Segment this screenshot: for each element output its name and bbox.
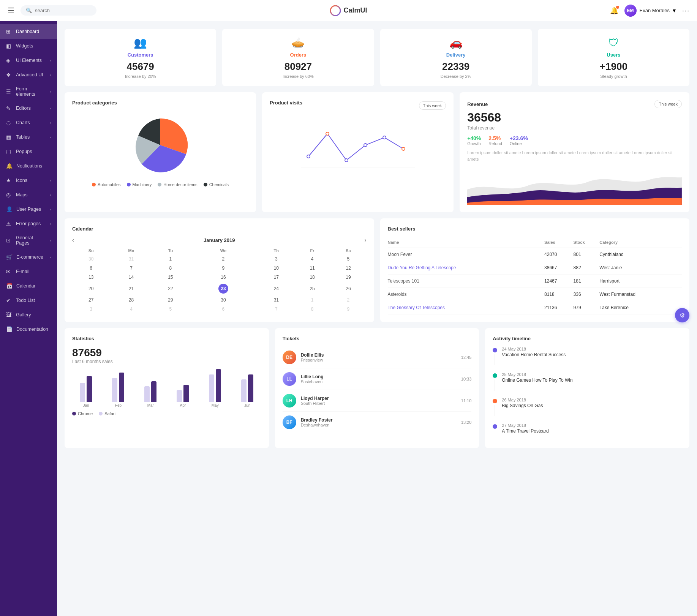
sidebar-item-error-pages[interactable]: ⚠ Error pages › — [0, 216, 57, 231]
calendar-cell[interactable]: 11 — [294, 264, 330, 273]
calendar-cell[interactable]: 30 — [188, 295, 258, 305]
calendar-cell[interactable]: 15 — [153, 273, 188, 282]
sidebar-item-widgets[interactable]: ◧ Widgets — [0, 39, 57, 53]
calendar-cell[interactable]: 31 — [258, 295, 294, 305]
calendar-cell[interactable]: 6 — [188, 305, 258, 314]
calendar-cell[interactable]: 21 — [110, 282, 152, 295]
calendar-cell[interactable]: 23 — [188, 282, 258, 295]
calendar-cell[interactable]: 29 — [153, 295, 188, 305]
chevron-right-icon: › — [50, 239, 51, 243]
settings-fab[interactable]: ⚙ — [675, 308, 689, 322]
calendar-cell[interactable]: 14 — [110, 273, 152, 282]
sidebar-item-e-mail[interactable]: ✉ E-mail — [0, 264, 57, 279]
calendar-cell[interactable]: 27 — [72, 295, 110, 305]
sidebar-item-e-commerce[interactable]: 🛒 E-commerce › — [0, 250, 57, 264]
calendar-cell[interactable]: 13 — [72, 273, 110, 282]
sidebar-icon: ✉ — [6, 269, 12, 275]
bar-light — [209, 374, 214, 402]
ticket-location: Deshawnhaven — [301, 423, 457, 427]
sidebar-item-calendar[interactable]: 📅 Calendar — [0, 279, 57, 293]
calendar-cell[interactable]: 3 — [258, 254, 294, 264]
table-row: Moon Fever 42070 801 Cynthialand — [388, 248, 682, 261]
calendar-cell[interactable]: 28 — [110, 295, 152, 305]
calendar-row: 20212223242526 — [72, 282, 367, 295]
calendar-cell[interactable]: 5 — [153, 305, 188, 314]
sidebar-item-gallery[interactable]: 🖼 Gallery — [0, 308, 57, 322]
sidebar-item-charts[interactable]: ◌ Charts › — [0, 115, 57, 130]
calendar-cell[interactable]: 7 — [110, 264, 152, 273]
sidebar-item-dashboard[interactable]: ⊞ Dashboard — [0, 24, 57, 39]
sidebar-item-advanced-ui[interactable]: ❖ Advanced UI › — [0, 68, 57, 82]
timeline-dot — [493, 373, 497, 378]
calendar-cell[interactable]: 9 — [188, 264, 258, 273]
calendar-cell[interactable]: 16 — [188, 273, 258, 282]
calendar-cell[interactable]: 19 — [330, 273, 366, 282]
calendar-header: SuMoTuWeThFrSa — [72, 247, 367, 254]
revenue-refund: 2.5% Refund — [488, 135, 502, 146]
sidebar-item-notifications[interactable]: 🔔 Notifications — [0, 159, 57, 173]
calendar-cell[interactable]: 6 — [72, 264, 110, 273]
users-value: +1900 — [600, 61, 627, 73]
more-options[interactable]: ⋯ — [682, 6, 689, 15]
user-menu[interactable]: EM Evan Morales ▾ — [624, 5, 676, 17]
calendar-cell[interactable]: 30 — [72, 254, 110, 264]
bar-label: Mar — [147, 403, 154, 408]
calendar-cell[interactable]: 5 — [330, 254, 366, 264]
calendar-cell[interactable]: 10 — [258, 264, 294, 273]
calendar-cell[interactable]: 7 — [258, 305, 294, 314]
calendar-cell[interactable]: 3 — [72, 305, 110, 314]
hamburger-menu[interactable]: ☰ — [8, 6, 14, 15]
calendar-nav: ‹ January 2019 › — [72, 237, 367, 243]
sidebar-item-documentation[interactable]: 📄 Documentation — [0, 322, 57, 336]
bar-pair — [177, 385, 189, 402]
calendar-cell[interactable]: 18 — [294, 273, 330, 282]
bar-light — [112, 378, 117, 402]
users-icon: 🛡 — [608, 36, 619, 49]
calendar-cell[interactable]: 12 — [330, 264, 366, 273]
revenue-week-btn[interactable]: This week — [654, 100, 682, 108]
timeline-dot — [493, 348, 497, 352]
calendar-cell[interactable]: 20 — [72, 282, 110, 295]
calendar-cell[interactable]: 2 — [188, 254, 258, 264]
calendar-cell[interactable]: 1 — [294, 295, 330, 305]
timeline-date: 27 May 2018 — [502, 423, 548, 428]
calendar-cell[interactable]: 25 — [294, 282, 330, 295]
sidebar-item-ui-elements[interactable]: ◈ UI Elements › — [0, 53, 57, 68]
orders-icon: 🥧 — [291, 36, 305, 49]
product-visits-week-btn[interactable]: This week — [419, 101, 446, 110]
search-bar[interactable]: 🔍 — [21, 5, 96, 16]
calendar-cell[interactable]: 17 — [258, 273, 294, 282]
calendar-cell[interactable]: 4 — [294, 254, 330, 264]
notifications-bell[interactable]: 🔔 — [610, 6, 618, 15]
calendar-cell[interactable]: 8 — [153, 264, 188, 273]
sidebar-icon: ◧ — [6, 43, 12, 49]
sidebar-item-editors[interactable]: ✎ Editors › — [0, 101, 57, 115]
sidebar-item-maps[interactable]: ◎ Maps › — [0, 188, 57, 202]
calendar-cell[interactable]: 4 — [110, 305, 152, 314]
bar-group-jan: Jan — [72, 376, 100, 408]
search-input[interactable] — [35, 8, 92, 13]
calendar-cell[interactable]: 9 — [330, 305, 366, 314]
sidebar-item-icons[interactable]: ★ Icons › — [0, 173, 57, 188]
sidebar-item-user-pages[interactable]: 👤 User Pages › — [0, 202, 57, 216]
sidebar-item-general-pages[interactable]: ⊡ General Pages › — [0, 231, 57, 250]
sidebar-item-todo-list[interactable]: ✔ Todo List — [0, 293, 57, 308]
calendar-cell[interactable]: 2 — [330, 295, 366, 305]
calendar-row: 6789101112 — [72, 264, 367, 273]
calendar-cell[interactable]: 26 — [330, 282, 366, 295]
calendar-cell[interactable]: 22 — [153, 282, 188, 295]
revenue-stats: +40% Growth 2.5% Refund +23.6% Online — [467, 135, 682, 146]
calendar-cell[interactable]: 8 — [294, 305, 330, 314]
sidebar-item-tables[interactable]: ▦ Tables › — [0, 130, 57, 144]
best-sellers-card: Best sellers NameSalesStockCategory Moon… — [380, 218, 690, 322]
timeline-date: 26 May 2018 — [502, 398, 543, 402]
calendar-row: 303112345 — [72, 254, 367, 264]
sidebar-item-form-elements[interactable]: ☰ Form elements › — [0, 82, 57, 101]
sidebar-item-popups[interactable]: ⬚ Popups — [0, 144, 57, 159]
timeline-dot — [493, 424, 497, 429]
calendar-cell[interactable]: 24 — [258, 282, 294, 295]
calendar-cell[interactable]: 31 — [110, 254, 152, 264]
calendar-next-btn[interactable]: › — [365, 237, 367, 243]
calendar-cell[interactable]: 1 — [153, 254, 188, 264]
calendar-prev-btn[interactable]: ‹ — [72, 237, 74, 243]
